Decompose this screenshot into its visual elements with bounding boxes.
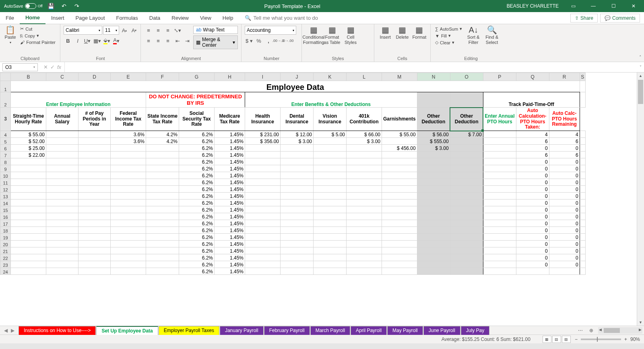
column-header[interactable]: D bbox=[78, 73, 111, 81]
cell[interactable]: 4.2% bbox=[146, 138, 179, 145]
cell[interactable]: 0 bbox=[549, 220, 580, 227]
cell[interactable] bbox=[146, 234, 179, 241]
cancel-formula-icon[interactable]: ✕ bbox=[43, 64, 48, 70]
cell[interactable] bbox=[450, 92, 483, 108]
cell[interactable] bbox=[281, 227, 314, 234]
cell[interactable] bbox=[417, 213, 450, 220]
cell[interactable]: 3.6% bbox=[111, 131, 146, 138]
cell[interactable]: $ 66.00 bbox=[347, 131, 382, 138]
cell[interactable]: $ 56.00 bbox=[417, 131, 450, 138]
cell[interactable] bbox=[347, 158, 382, 165]
cell[interactable] bbox=[46, 241, 78, 247]
cell[interactable] bbox=[281, 193, 314, 199]
cell[interactable] bbox=[314, 254, 347, 261]
cell[interactable]: 0 bbox=[549, 261, 580, 268]
cell[interactable]: 0 bbox=[516, 158, 549, 165]
tab-view[interactable]: View bbox=[194, 12, 217, 24]
cell[interactable] bbox=[111, 261, 146, 268]
cell[interactable] bbox=[417, 158, 450, 165]
cell[interactable]: 0 bbox=[516, 241, 549, 247]
cell[interactable] bbox=[111, 247, 146, 254]
cell[interactable] bbox=[417, 165, 450, 172]
expand-formula-bar-icon[interactable]: ˅ bbox=[637, 65, 644, 69]
cell[interactable] bbox=[580, 81, 585, 92]
cell[interactable] bbox=[417, 92, 450, 108]
cell[interactable] bbox=[417, 206, 450, 213]
cell[interactable] bbox=[78, 268, 111, 275]
row-header[interactable]: 21 bbox=[0, 247, 11, 254]
cell[interactable]: Other Deduction bbox=[417, 108, 450, 131]
cell[interactable] bbox=[46, 261, 78, 268]
cell[interactable]: 1.45% bbox=[215, 152, 245, 158]
cell[interactable]: 6.2% bbox=[179, 213, 215, 220]
cell[interactable]: 6.2% bbox=[179, 172, 215, 179]
cell[interactable] bbox=[483, 220, 516, 227]
row-header[interactable]: 23 bbox=[0, 261, 11, 268]
cell[interactable] bbox=[483, 179, 516, 186]
cell[interactable] bbox=[347, 254, 382, 261]
cell[interactable] bbox=[11, 199, 46, 206]
cell[interactable]: 1.45% bbox=[215, 241, 245, 247]
sort-filter-button[interactable]: A↓Sort & Filter bbox=[465, 26, 482, 45]
cell[interactable] bbox=[111, 199, 146, 206]
vertical-scrollbar[interactable]: ▲ ▼ bbox=[637, 73, 644, 326]
cell[interactable]: 0 bbox=[516, 247, 549, 254]
cell[interactable] bbox=[483, 199, 516, 206]
cell[interactable] bbox=[146, 165, 179, 172]
share-button[interactable]: ⇧Share bbox=[570, 14, 598, 23]
cell[interactable] bbox=[580, 199, 585, 206]
cell[interactable] bbox=[78, 213, 111, 220]
cell[interactable] bbox=[417, 234, 450, 241]
column-header[interactable]: K bbox=[314, 73, 347, 81]
cell[interactable] bbox=[580, 193, 585, 199]
fill-button[interactable]: ▼Fill ▾ bbox=[434, 33, 463, 39]
cell[interactable]: Auto Calculation- PTO Hours Taken: bbox=[516, 108, 549, 131]
tab-data[interactable]: Data bbox=[144, 12, 166, 24]
cell[interactable] bbox=[580, 131, 585, 138]
cell[interactable] bbox=[78, 172, 111, 179]
align-center-icon[interactable]: ≡ bbox=[154, 36, 163, 45]
cell[interactable]: Enter Annual PTO Hours bbox=[483, 108, 516, 131]
cell[interactable] bbox=[46, 158, 78, 165]
cell[interactable] bbox=[483, 158, 516, 165]
cell[interactable]: 1.45% bbox=[215, 227, 245, 234]
cell[interactable] bbox=[111, 268, 146, 275]
row-header[interactable]: 9 bbox=[0, 165, 11, 172]
bold-button[interactable]: B bbox=[64, 36, 72, 45]
cut-button[interactable]: ✂Cut bbox=[19, 26, 57, 32]
cell[interactable] bbox=[78, 254, 111, 261]
align-bottom-icon[interactable]: ≡ bbox=[163, 26, 172, 35]
column-header[interactable]: M bbox=[382, 73, 417, 81]
cell[interactable] bbox=[450, 158, 483, 165]
cell[interactable] bbox=[281, 261, 314, 268]
cell[interactable] bbox=[245, 193, 281, 199]
horizontal-scrollbar[interactable]: ◀ ▶ bbox=[598, 327, 642, 334]
cell[interactable] bbox=[11, 158, 46, 165]
column-header[interactable]: N bbox=[417, 73, 450, 81]
cell[interactable]: 0 bbox=[549, 165, 580, 172]
cell[interactable] bbox=[450, 261, 483, 268]
tab-insert[interactable]: Insert bbox=[45, 12, 70, 24]
cell[interactable]: $ 356.00 bbox=[245, 138, 281, 145]
cell[interactable] bbox=[281, 165, 314, 172]
align-left-icon[interactable]: ≡ bbox=[144, 36, 153, 45]
column-header[interactable]: I bbox=[245, 73, 281, 81]
cell[interactable] bbox=[46, 152, 78, 158]
cell[interactable]: 6.2% bbox=[179, 220, 215, 227]
cell[interactable] bbox=[146, 213, 179, 220]
tell-me-search[interactable]: 🔍 Tell me what you want to do bbox=[239, 15, 318, 21]
cell[interactable] bbox=[111, 193, 146, 199]
cell[interactable]: 1.45% bbox=[215, 247, 245, 254]
column-header[interactable]: L bbox=[347, 73, 382, 81]
cell[interactable]: $ 52.00 bbox=[11, 138, 46, 145]
autosave-toggle[interactable]: AutoSave Off bbox=[4, 3, 43, 9]
cell[interactable] bbox=[245, 199, 281, 206]
cell[interactable] bbox=[46, 213, 78, 220]
cell[interactable] bbox=[111, 165, 146, 172]
cell[interactable] bbox=[314, 247, 347, 254]
cell[interactable] bbox=[347, 213, 382, 220]
cell[interactable] bbox=[382, 158, 417, 165]
cell[interactable]: 0 bbox=[516, 199, 549, 206]
fx-icon[interactable]: fx bbox=[57, 64, 61, 70]
cell[interactable] bbox=[111, 213, 146, 220]
